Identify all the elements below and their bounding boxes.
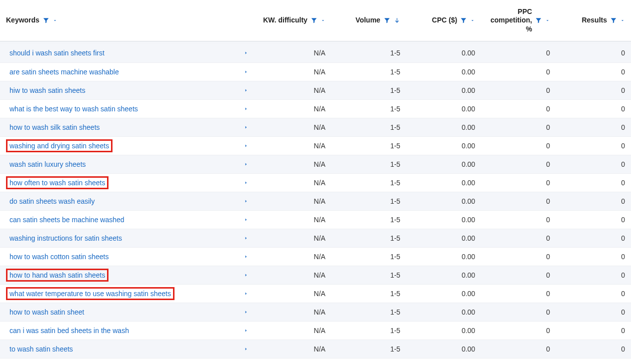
expand-row-icon[interactable] [244, 106, 248, 111]
expand-row-icon[interactable] [244, 199, 248, 204]
expand-row-icon[interactable] [244, 50, 248, 55]
expand-row-icon[interactable] [244, 347, 248, 352]
caret-down-icon[interactable] [620, 18, 625, 23]
filter-icon[interactable] [535, 17, 542, 24]
column-header-cpc[interactable]: CPC ($) [406, 0, 482, 41]
keyword-link[interactable]: are satin sheets machine washable [6, 65, 122, 78]
column-header-results[interactable]: Results [556, 0, 631, 41]
keyword-link[interactable]: should i wash satin sheets first [6, 46, 108, 59]
table-row: can i was satin bed sheets in the washN/… [0, 321, 631, 340]
ppc-cell: 0 [481, 44, 556, 62]
keyword-link[interactable]: how often to wash satin sheets [6, 176, 108, 189]
keyword-link[interactable]: to wash satin sheets [6, 343, 76, 356]
volume-cell: 1-5 [332, 192, 406, 210]
expand-row-icon[interactable] [244, 180, 248, 185]
filter-icon[interactable] [460, 17, 467, 24]
expand-row-icon[interactable] [244, 143, 248, 148]
keyword-link[interactable]: washing instructions for satin sheets [6, 232, 126, 245]
expand-row-icon[interactable] [244, 273, 248, 278]
keyword-link[interactable]: can satin sheets be machine washed [6, 213, 128, 226]
results-cell: 0 [556, 62, 631, 81]
expand-row-icon[interactable] [244, 310, 248, 315]
results-cell: 0 [556, 118, 631, 136]
filter-icon[interactable] [310, 17, 318, 24]
keyword-cell: what is the best way to wash satin sheet… [0, 99, 256, 118]
keyword-link[interactable]: what is the best way to wash satin sheet… [6, 102, 142, 115]
expand-row-icon[interactable] [244, 254, 248, 259]
column-label: KW. difficulty [263, 16, 308, 25]
caret-down-icon[interactable] [470, 18, 475, 23]
difficulty-cell: N/A [256, 118, 332, 136]
table-row: how to wash silk satin sheetsN/A1-50.000… [0, 118, 631, 136]
results-cell: 0 [556, 321, 631, 340]
difficulty-cell: N/A [256, 247, 332, 266]
column-header-ppc[interactable]: PPC competition, % [481, 0, 556, 41]
keyword-link[interactable]: can i was satin bed sheets in the wash [6, 324, 132, 337]
volume-cell: 1-5 [332, 62, 406, 81]
expand-row-icon[interactable] [244, 236, 248, 241]
filter-icon[interactable] [610, 17, 617, 24]
keyword-cell: how to wash satin sheet [0, 303, 256, 321]
expand-row-icon[interactable] [244, 88, 248, 93]
difficulty-cell: N/A [256, 303, 332, 321]
table-row: should i wash satin sheets firstN/A1-50.… [0, 44, 631, 62]
cpc-cell: 0.00 [406, 136, 482, 155]
difficulty-cell: N/A [256, 99, 332, 118]
expand-row-icon[interactable] [244, 328, 248, 333]
keyword-cell: do satin sheets wash easily [0, 192, 256, 210]
table-row: how to wash satin sheetN/A1-50.0000 [0, 303, 631, 321]
expand-row-icon[interactable] [244, 217, 248, 222]
column-header-difficulty[interactable]: KW. difficulty [256, 0, 332, 41]
volume-cell: 1-5 [332, 321, 406, 340]
cpc-cell: 0.00 [406, 266, 482, 284]
ppc-cell: 0 [481, 284, 556, 303]
results-cell: 0 [556, 173, 631, 192]
expand-row-icon[interactable] [244, 162, 248, 167]
column-label: Keywords [6, 16, 40, 25]
cpc-cell: 0.00 [406, 284, 482, 303]
difficulty-cell: N/A [256, 81, 332, 99]
expand-row-icon[interactable] [244, 291, 248, 296]
column-header-keywords[interactable]: Keywords [0, 0, 256, 41]
keyword-link[interactable]: how to wash silk satin sheets [6, 121, 104, 134]
keyword-link[interactable]: what water temperature to use washing sa… [6, 287, 174, 300]
keyword-link[interactable]: wash satin luxury sheets [6, 158, 90, 171]
cpc-cell: 0.00 [406, 155, 482, 173]
caret-down-icon[interactable] [320, 18, 326, 23]
ppc-cell: 0 [481, 303, 556, 321]
expand-row-icon[interactable] [244, 125, 248, 130]
difficulty-cell: N/A [256, 62, 332, 81]
column-header-volume[interactable]: Volume [332, 0, 406, 41]
caret-down-icon[interactable] [52, 18, 58, 23]
column-label: PPC competition, % [487, 7, 532, 34]
results-cell: 0 [556, 81, 631, 99]
difficulty-cell: N/A [256, 266, 332, 284]
keyword-link[interactable]: do satin sheets wash easily [6, 195, 98, 208]
cpc-cell: 0.00 [406, 81, 482, 99]
filter-icon[interactable] [42, 17, 50, 24]
keyword-link[interactable]: washing and drying satin sheets [6, 139, 112, 152]
volume-cell: 1-5 [332, 303, 406, 321]
keyword-link[interactable]: how to hand wash satin sheets [6, 269, 108, 282]
keyword-link[interactable]: hiw to wash satin sheets [6, 84, 89, 97]
results-cell: 0 [556, 247, 631, 266]
results-cell: 0 [556, 340, 631, 358]
keyword-cell: what water temperature to use washing sa… [0, 284, 256, 303]
volume-cell: 1-5 [332, 247, 406, 266]
ppc-cell: 0 [481, 210, 556, 229]
expand-row-icon[interactable] [244, 69, 248, 74]
sort-desc-icon[interactable] [394, 17, 400, 24]
difficulty-cell: N/A [256, 136, 332, 155]
volume-cell: 1-5 [332, 136, 406, 155]
keyword-link[interactable]: how to wash satin sheet [6, 306, 88, 319]
difficulty-cell: N/A [256, 229, 332, 247]
caret-down-icon[interactable] [545, 18, 550, 23]
table-row: what water temperature to use washing sa… [0, 284, 631, 303]
results-cell: 0 [556, 155, 631, 173]
filter-icon[interactable] [384, 17, 390, 24]
table-row: washing instructions for satin sheetsN/A… [0, 229, 631, 247]
volume-cell: 1-5 [332, 340, 406, 358]
keyword-link[interactable]: how to wash cotton satin sheets [6, 250, 112, 263]
cpc-cell: 0.00 [406, 99, 482, 118]
cpc-cell: 0.00 [406, 210, 482, 229]
